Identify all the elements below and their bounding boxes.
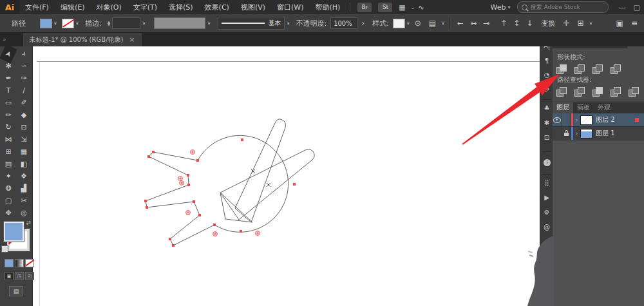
opacity-expander-icon[interactable]: ›	[361, 19, 365, 28]
gpu-performance-icon[interactable]: ∿	[418, 3, 424, 12]
rotate-tool-icon[interactable]: ↻	[1, 121, 16, 133]
lock-toggle[interactable]	[562, 127, 571, 140]
gradient-button[interactable]	[15, 259, 24, 267]
outline-icon[interactable]	[629, 87, 639, 96]
tab-layers[interactable]: 图层	[553, 102, 573, 113]
trim-icon[interactable]	[574, 87, 585, 96]
align-left-icon[interactable]: ←	[457, 19, 464, 28]
tab-overflow-icon[interactable]: »	[3, 36, 6, 43]
type-tool-icon[interactable]: T	[1, 84, 16, 97]
workspace-switcher[interactable]: Web ▾	[491, 3, 511, 12]
width-tool-icon[interactable]: ⋈	[1, 133, 16, 146]
menu-help[interactable]: 帮助(H)	[309, 3, 346, 12]
slice-tool-icon[interactable]: ✂	[16, 195, 32, 207]
symbols-panel-icon[interactable]: ♣	[540, 104, 553, 111]
menu-file[interactable]: 文件(F)	[19, 3, 55, 12]
stock-button[interactable]: St	[378, 3, 392, 12]
align-to-dropdown-icon[interactable]: ⊞	[578, 19, 584, 28]
opacity-field[interactable]: 100%	[330, 17, 357, 29]
canvas[interactable]	[32, 46, 540, 306]
pen-tool-icon[interactable]: ✒	[1, 72, 16, 84]
control-panel-menu-icon[interactable]: ≡	[631, 19, 638, 28]
layer-row[interactable]: › 图层 1	[553, 127, 644, 140]
layer-name[interactable]: 图层 1	[596, 129, 644, 138]
stroke-weight-field[interactable]	[112, 17, 140, 29]
hand-tool-icon[interactable]: ✥	[1, 207, 16, 219]
triangle-shape-2[interactable]	[220, 149, 314, 220]
align-right-icon[interactable]: →	[483, 19, 489, 28]
triangle-shape-3[interactable]	[220, 193, 252, 222]
variable-width-profile-dropdown[interactable]	[154, 17, 205, 29]
exclude-icon[interactable]	[611, 64, 621, 73]
brush-definition-dropdown[interactable]: 基本	[218, 17, 285, 30]
align-middle-vertical-icon[interactable]: ↕	[513, 19, 520, 28]
chevron-down-icon[interactable]: ▾	[76, 21, 79, 26]
style-swatch[interactable]	[393, 19, 405, 28]
divide-icon[interactable]	[556, 87, 567, 96]
tab-appearance[interactable]: 外观	[594, 102, 614, 113]
chevron-down-icon[interactable]: ▾	[590, 21, 592, 26]
align-center-horizontal-icon[interactable]: ↔	[470, 19, 477, 28]
align-top-icon[interactable]: ↑	[500, 19, 507, 28]
chevron-down-icon[interactable]: ▾	[142, 21, 145, 26]
draw-normal-icon[interactable]: ▣	[5, 272, 14, 280]
info-panel-icon[interactable]: i	[540, 158, 553, 166]
eraser-tool-icon[interactable]: ◆	[16, 109, 32, 121]
color-button[interactable]	[5, 259, 14, 267]
layer-thumbnail[interactable]	[580, 129, 592, 139]
layer-name[interactable]: 图层 2	[596, 115, 635, 124]
draw-inside-icon[interactable]: ◰	[25, 272, 34, 280]
swap-fill-stroke-icon[interactable]: ⇄	[26, 220, 31, 226]
align-bottom-icon[interactable]: ↓	[526, 19, 533, 28]
layer-thumbnail[interactable]	[580, 115, 592, 125]
screen-mode-button[interactable]: ▤	[9, 286, 23, 296]
eyedropper-tool-icon[interactable]: ✦	[1, 170, 16, 182]
symbol-sprayer-tool-icon[interactable]: ❂	[1, 182, 16, 195]
line-segment-tool-icon[interactable]: ∕	[16, 84, 32, 97]
stroke-panel-icon[interactable]: ◔	[540, 72, 553, 79]
scale-tool-icon[interactable]: ⊡	[16, 121, 32, 133]
cc-libraries-panel-icon[interactable]: @	[540, 224, 553, 231]
draw-behind-icon[interactable]: ◳	[15, 272, 24, 280]
menu-type[interactable]: 文字(T)	[128, 3, 163, 12]
reference-point-icon[interactable]: ✛	[563, 19, 569, 28]
transparency-panel-icon[interactable]: ⣿	[540, 179, 553, 186]
crop-icon[interactable]	[611, 87, 621, 96]
artboard-tool-icon[interactable]: ▢	[1, 195, 16, 207]
tab-artboards[interactable]: 画板	[573, 102, 594, 113]
workspace-panel-icon[interactable]: ▣	[616, 19, 623, 28]
actions-panel-icon[interactable]: ▶	[540, 194, 553, 201]
menu-object[interactable]: 对象(O)	[90, 3, 127, 12]
gradient-tool-icon[interactable]: ◧	[16, 158, 32, 170]
fill-color-swatch[interactable]	[40, 19, 52, 28]
chevron-down-icon[interactable]: ▾	[207, 21, 210, 26]
stock-search-input[interactable]: 搜索 Adobe Stock	[517, 1, 609, 13]
menu-window[interactable]: 窗口(W)	[271, 3, 309, 12]
merge-icon[interactable]	[592, 87, 603, 96]
document-tab[interactable]: 未标题-1* @ 100% (RGB/轮廓) ×	[23, 32, 142, 46]
minus-front-icon[interactable]	[574, 64, 585, 73]
transform-button[interactable]: 变换	[541, 19, 555, 28]
splash-shape-path[interactable]	[146, 135, 289, 245]
menu-select[interactable]: 选择(S)	[163, 3, 199, 12]
close-icon[interactable]: ×	[129, 35, 135, 44]
stroke-color-swatch[interactable]	[62, 19, 74, 28]
curvature-tool-icon[interactable]: ✑	[16, 72, 32, 84]
brushes-panel-icon[interactable]: ✱	[540, 119, 553, 126]
perspective-grid-tool-icon[interactable]: ▦	[16, 146, 32, 158]
default-fill-stroke-icon[interactable]	[1, 245, 8, 253]
menu-view[interactable]: 视图(V)	[235, 3, 271, 12]
fill-stroke-control[interactable]: ⇄	[4, 222, 30, 251]
mesh-tool-icon[interactable]: ▤	[1, 158, 16, 170]
visibility-toggle[interactable]	[553, 113, 562, 126]
fill-proxy-swatch[interactable]	[4, 222, 24, 242]
none-button[interactable]	[25, 259, 34, 267]
menu-effect[interactable]: 效果(C)	[199, 3, 235, 12]
shaper-tool-icon[interactable]: ✏	[1, 109, 16, 121]
unite-icon[interactable]	[556, 64, 567, 73]
visibility-toggle[interactable]	[553, 127, 562, 140]
arrange-documents-icon[interactable]: ▦	[399, 3, 405, 12]
chevron-down-icon[interactable]: ▾	[407, 21, 410, 26]
blend-tool-icon[interactable]: ❖	[16, 170, 32, 182]
image-trace-panel-icon[interactable]: ⊡	[540, 134, 553, 141]
